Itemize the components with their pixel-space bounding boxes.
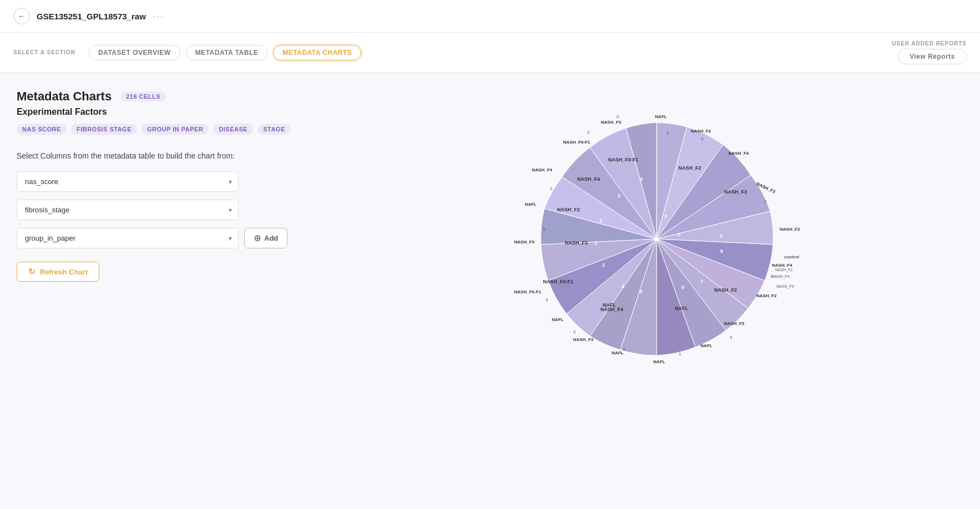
left-panel: Metadata Charts 216 CELLS Experimental F… — [0, 73, 333, 405]
tab-dataset-overview[interactable]: DATASET OVERVIEW — [89, 45, 180, 60]
view-reports-button[interactable]: View Reports — [898, 49, 967, 64]
seg-num-8: 8 — [720, 248, 723, 254]
outer-label-nash-f2-r: NASH_F2 — [780, 227, 800, 232]
outer-num-3: 3 — [730, 335, 733, 340]
refresh-label: Refresh Chart — [40, 268, 88, 276]
plus-circle-icon: ⊕ — [254, 233, 261, 243]
tab-metadata-charts[interactable]: METADATA CHARTS — [273, 45, 361, 60]
factor-group-in-paper[interactable]: GROUP IN PAPER — [142, 124, 209, 135]
add-label: Add — [264, 234, 278, 242]
seg-num-4b: 4 — [640, 176, 643, 182]
cells-badge: 216 CELLS — [120, 91, 166, 101]
dataset-title: GSE135251_GPL18573_raw — [37, 12, 146, 21]
reports-label: USER ADDED REPORTS — [892, 40, 967, 47]
right-panel: 0 1 2 3 4 5 6 7 3 — [333, 73, 980, 405]
mid-outer-nash-f4-bl: NASH_F4 — [600, 307, 623, 312]
outer-num-1: 1 — [764, 199, 767, 204]
section-nav: SELECT A SECTION DATASET OVERVIEW METADA… — [0, 33, 980, 73]
instruction-text: Select Columns from the metadata table t… — [17, 151, 316, 160]
section-nav-left: SELECT A SECTION DATASET OVERVIEW METADA… — [13, 45, 361, 60]
seg-num-7: 7 — [700, 279, 703, 284]
page-content: Metadata Charts 216 CELLS Experimental F… — [0, 73, 980, 405]
experimental-factors-label: Experimental Factors — [17, 107, 107, 117]
mid-outer-nafl-b: NAFL — [675, 306, 688, 311]
outer-label-nash-f3-t: NASH_F3 — [601, 120, 622, 125]
outer-num-2b: 2 — [550, 186, 553, 191]
metadata-header: Metadata Charts 216 CELLS — [17, 89, 316, 104]
outer-label-nash-f3-small: NASH_F3 — [776, 284, 794, 289]
section-nav-right: USER ADDED REPORTS View Reports — [892, 40, 967, 64]
mid-outer-nash-f0f1-t: NASH_F0-F1 — [608, 157, 639, 162]
outer-label-nash-f2-top: NASH_F2 — [691, 129, 711, 134]
experimental-factors-row: Experimental Factors NAS SCORE FIBROSIS … — [17, 107, 316, 135]
outer-num-0c: 0 — [623, 347, 626, 352]
add-column-button[interactable]: ⊕ Add — [244, 228, 287, 248]
mid-outer-nash-f2: NASH_F2 — [678, 165, 701, 171]
seg-num-0b: 0 — [720, 233, 723, 239]
seg-num-0d: 0 — [640, 289, 643, 294]
factor-stage[interactable]: STAGE — [257, 124, 291, 135]
metadata-charts-title: Metadata Charts — [17, 89, 112, 104]
column-1-wrapper: nas_score fibrosis_stage group_in_paper … — [17, 171, 239, 192]
dropdown-row-1: nas_score fibrosis_stage group_in_paper … — [17, 171, 316, 192]
outer-label-nafl-bl: NAFL — [612, 350, 623, 355]
column-2-select[interactable]: fibrosis_stage nas_score group_in_paper … — [17, 200, 239, 220]
factor-disease[interactable]: DISEASE — [213, 124, 253, 135]
outer-label-nash-f2-small: NASH_F2 — [775, 268, 793, 272]
dropdown-row-3: group_in_paper nas_score fibrosis_stage … — [17, 228, 316, 248]
mid-outer-nash-f0f1: NASH_F0-F1 — [543, 279, 573, 284]
section-label: SELECT A SECTION — [13, 49, 75, 55]
refresh-icon: ↻ — [28, 267, 36, 277]
column-1-select[interactable]: nas_score fibrosis_stage group_in_paper … — [17, 171, 239, 192]
seg-num-2: 2 — [678, 232, 680, 237]
outer-label-nash-f0f1-t: NASH_F0-F1 — [563, 140, 590, 145]
outer-label-nash-f0f1-l: NASH_F0-F1 — [514, 289, 542, 294]
column-2-wrapper: fibrosis_stage nas_score group_in_paper … — [17, 200, 239, 220]
top-bar: ← GSE135251_GPL18573_raw ··· — [0, 0, 980, 33]
outer-num-0d: 0 — [543, 227, 545, 232]
sunburst-chart: 0 1 2 3 4 5 6 7 3 — [512, 95, 801, 383]
outer-label-control: control — [784, 254, 799, 259]
outer-label-nash-f3-r2: NASH_F3 — [724, 321, 745, 326]
outer-num-0e: 0 — [617, 114, 619, 119]
mid-outer-nash-f2-l: NASH_F2 — [557, 207, 580, 212]
outer-label-nash-f2-r2: NASH_F2 — [756, 293, 777, 298]
outer-label-nash-f4-small: NASH_F4 — [772, 274, 790, 279]
outer-num-3b: 3 — [545, 297, 548, 302]
seg-num-2c: 2 — [602, 262, 605, 268]
seg-num-0c: 0 — [681, 284, 684, 290]
more-options[interactable]: ··· — [153, 11, 164, 22]
outer-label-nafl-l: NAFL — [552, 317, 563, 322]
outer-label-nash-f4-tl: NASH_F4 — [532, 167, 553, 172]
seg-num-1b: 1 — [594, 240, 597, 246]
outer-label-nafl-top: NAFL — [655, 114, 666, 119]
outer-num-2: 2 — [573, 329, 576, 334]
outer-num-0b: 0 — [771, 274, 774, 279]
outer-label-nash-f3-l: NASH_F3 — [514, 240, 535, 245]
factor-nas-score[interactable]: NAS SCORE — [17, 124, 67, 135]
column-3-select[interactable]: group_in_paper nas_score fibrosis_stage … — [17, 228, 239, 248]
outer-label-nash-f4: NASH_F4 — [729, 151, 749, 156]
chart-svg: 0 1 2 3 4 5 6 7 3 — [512, 95, 801, 383]
outer-num-4: 4 — [701, 136, 704, 141]
outer-num-1b: 1 — [679, 352, 681, 357]
dropdown-group: nas_score fibrosis_stage group_in_paper … — [17, 171, 316, 248]
outer-label-nafl-b2: NAFL — [653, 359, 665, 364]
dropdown-row-2: fibrosis_stage nas_score group_in_paper … — [17, 200, 316, 220]
seg-num-1c: 1 — [599, 218, 602, 223]
seg-num-3: 3 — [664, 213, 667, 219]
seg-num-2d: 2 — [618, 193, 620, 198]
back-button[interactable]: ← — [13, 8, 30, 24]
mid-outer-nash-f3-l: NASH_F3 — [565, 240, 588, 246]
outer-label-nash-f3-bl: NASH_F3 — [573, 337, 594, 342]
outer-num-0: 0 — [666, 131, 669, 136]
mid-outer-nash-f3: NASH_F3 — [724, 189, 747, 195]
tab-metadata-table[interactable]: METADATA TABLE — [186, 45, 268, 60]
factor-badges: NAS SCORE FIBROSIS STAGE GROUP IN PAPER … — [17, 124, 291, 135]
outer-num-2c: 2 — [587, 130, 590, 135]
outer-label-nafl-b: NAFL — [700, 343, 712, 348]
mid-outer-nash-f4-tl: NASH_F4 — [577, 176, 600, 182]
refresh-chart-button[interactable]: ↻ Refresh Chart — [17, 262, 99, 282]
outer-label-nafl-tl: NAFL — [525, 202, 537, 207]
factor-fibrosis-stage[interactable]: FIBROSIS STAGE — [71, 124, 137, 135]
